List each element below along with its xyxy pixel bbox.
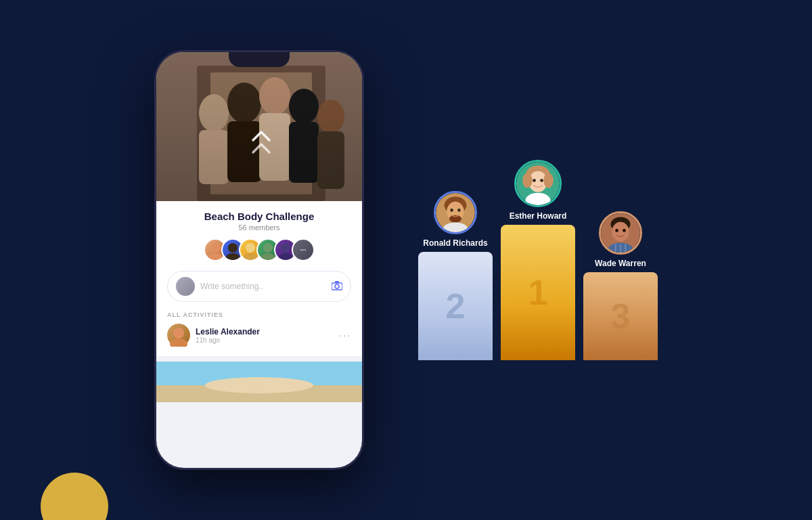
svg-point-28: [170, 339, 187, 347]
avatar-wrap-esther: [514, 160, 562, 207]
avatar-esther: [514, 160, 562, 207]
svg-point-38: [443, 223, 468, 235]
svg-point-22: [281, 243, 290, 253]
competitor-2nd-name: Ronald Richards: [423, 238, 487, 248]
svg-rect-13: [156, 52, 362, 201]
rank-2nd: 2: [446, 286, 466, 326]
leaderboard: Ronald Richards 2: [418, 160, 658, 360]
svg-point-21: [261, 253, 275, 260]
hero-svg: [156, 52, 362, 201]
write-bar[interactable]: Write something..: [167, 271, 351, 302]
activities-label: ALL ACTIVITIES: [167, 311, 351, 318]
svg-point-16: [228, 243, 238, 253]
members-count: 56 members: [167, 223, 351, 232]
svg-point-44: [533, 179, 536, 182]
phone-notch: [229, 52, 290, 67]
member-avatar-more: ···: [292, 238, 315, 261]
avatar-ronald: [434, 191, 477, 234]
write-placeholder: Write something..: [200, 282, 326, 291]
avatar-wrap-wade: [599, 211, 642, 255]
svg-point-50: [615, 229, 618, 232]
activity-avatar: [167, 324, 190, 347]
main-container: Beach Body Challenge 56 members: [154, 50, 658, 470]
svg-point-37: [457, 209, 461, 212]
phone-bottom-image: [156, 362, 362, 402]
podium-area: Ronald Richards 2: [418, 160, 658, 360]
svg-point-25: [335, 284, 339, 288]
svg-point-49: [612, 222, 629, 242]
user-avatar-small: [176, 277, 195, 296]
phone-content: Beach Body Challenge 56 members: [156, 201, 362, 356]
activity-time: 11h ago: [196, 337, 334, 344]
activity-item: Leslie Alexander 11h ago ···: [167, 324, 351, 347]
svg-point-42: [522, 173, 533, 188]
avatar-wrap-ronald: [434, 191, 477, 234]
competitor-3rd: Wade Warren 3: [583, 211, 658, 360]
svg-point-14: [210, 243, 220, 253]
podium-bar-3rd: 3: [583, 272, 658, 360]
competitor-1st: Esther Howard 1: [501, 160, 575, 360]
decoration-circle: [41, 473, 108, 520]
svg-point-46: [526, 193, 551, 207]
camera-icon[interactable]: [332, 281, 342, 292]
svg-point-45: [540, 179, 543, 182]
svg-point-18: [246, 243, 255, 253]
competitor-1st-name: Esther Howard: [510, 211, 567, 221]
phone-screen: Beach Body Challenge 56 members: [156, 52, 362, 468]
svg-point-17: [225, 253, 240, 260]
activity-info: Leslie Alexander 11h ago: [196, 327, 334, 344]
avatar-wade: [599, 211, 642, 255]
member-avatars: ···: [167, 238, 351, 261]
hero-image: [156, 52, 362, 201]
phone-mockup: Beach Body Challenge 56 members: [154, 50, 364, 470]
podium-bar-2nd: 2: [418, 252, 493, 360]
svg-rect-26: [335, 281, 339, 283]
challenge-title: Beach Body Challenge: [167, 211, 351, 222]
rank-1st: 1: [528, 272, 548, 313]
activity-user-name: Leslie Alexander: [196, 327, 334, 337]
rank-3rd: 3: [611, 296, 631, 337]
phone-frame: Beach Body Challenge 56 members: [154, 50, 364, 470]
svg-point-19: [243, 253, 258, 260]
svg-point-31: [205, 377, 313, 393]
svg-point-27: [173, 328, 184, 339]
svg-point-15: [208, 253, 223, 260]
svg-point-43: [543, 173, 554, 188]
svg-point-36: [450, 209, 453, 212]
svg-point-51: [623, 229, 626, 232]
svg-point-23: [278, 253, 293, 260]
competitor-3rd-name: Wade Warren: [595, 259, 646, 268]
podium-bar-1st: 1: [501, 225, 575, 360]
svg-point-20: [263, 243, 273, 253]
competitor-2nd: Ronald Richards 2: [418, 191, 493, 360]
activity-more-icon[interactable]: ···: [339, 330, 351, 341]
